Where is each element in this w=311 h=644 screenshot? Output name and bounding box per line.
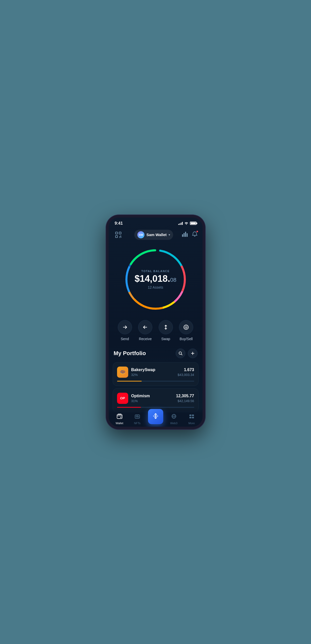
svg-rect-10 bbox=[185, 232, 186, 237]
nav-wallet[interactable]: Wallet bbox=[112, 414, 127, 425]
balance-info: TOTAL BALANCE $14,018.08 12 Assets bbox=[135, 270, 176, 289]
receive-icon bbox=[138, 320, 152, 334]
optimism-usd: $42,149.56 bbox=[176, 399, 194, 403]
balance-assets: 12 Assets bbox=[135, 285, 176, 289]
buysell-button[interactable]: $ Buy/Sell bbox=[179, 320, 193, 341]
svg-line-29 bbox=[181, 354, 182, 355]
avatar: SW bbox=[137, 231, 144, 238]
scan-icon[interactable] bbox=[114, 230, 123, 239]
signal-icon bbox=[178, 222, 183, 225]
header-right bbox=[182, 231, 198, 238]
bakeryswap-info: BakerySwap 32% bbox=[131, 368, 175, 377]
bottom-nav: Wallet NFTs bbox=[109, 408, 203, 427]
svg-rect-33 bbox=[117, 415, 122, 419]
nav-bar: Wallet NFTs bbox=[109, 414, 203, 425]
portfolio-title: My Portfolio bbox=[114, 350, 146, 357]
svg-rect-0 bbox=[116, 232, 118, 234]
wifi-icon bbox=[184, 221, 188, 225]
balance-label: TOTAL BALANCE bbox=[135, 270, 176, 273]
svg-rect-11 bbox=[187, 233, 188, 237]
optimism-icon: OP bbox=[117, 393, 128, 404]
header-left bbox=[114, 230, 126, 239]
portfolio-header: My Portfolio bbox=[113, 349, 199, 362]
bakeryswap-name: BakerySwap bbox=[131, 368, 175, 372]
portfolio-actions bbox=[176, 349, 198, 358]
add-asset-button[interactable] bbox=[188, 349, 198, 358]
asset-row: OP Optimism 31% 12,305.77 $42,149.56 bbox=[117, 393, 194, 404]
svg-text:🍩: 🍩 bbox=[120, 369, 126, 375]
svg-rect-43 bbox=[192, 415, 194, 416]
bakeryswap-usd: $43,003.34 bbox=[177, 373, 194, 377]
send-icon bbox=[118, 320, 132, 334]
nav-web3-label: Web3 bbox=[170, 422, 177, 425]
search-button[interactable] bbox=[176, 349, 185, 358]
swap-center-icon bbox=[152, 412, 159, 421]
portfolio-section: My Portfolio bbox=[109, 349, 203, 412]
svg-rect-44 bbox=[189, 417, 191, 418]
optimism-amount: 12,305.77 bbox=[176, 394, 194, 398]
receive-button[interactable]: Receive bbox=[138, 320, 152, 341]
svg-point-34 bbox=[120, 417, 121, 418]
nav-more-label: More bbox=[188, 422, 195, 425]
receive-label: Receive bbox=[139, 337, 152, 341]
nav-nfts[interactable]: NFTs bbox=[130, 414, 144, 425]
battery-icon bbox=[190, 222, 197, 225]
swap-label: Swap bbox=[161, 337, 170, 341]
send-button[interactable]: Send bbox=[118, 320, 132, 341]
svg-rect-2 bbox=[116, 236, 118, 238]
buysell-label: Buy/Sell bbox=[180, 337, 193, 341]
bell-icon[interactable] bbox=[192, 231, 198, 238]
svg-rect-42 bbox=[189, 415, 191, 416]
svg-rect-8 bbox=[182, 234, 183, 237]
bakeryswap-progress-bar bbox=[117, 381, 194, 382]
nav-web3[interactable]: Web3 bbox=[167, 414, 181, 425]
balance-amount: $14,018.08 bbox=[135, 274, 176, 283]
swap-button[interactable]: Swap bbox=[159, 320, 173, 341]
optimism-info: Optimism 31% bbox=[131, 394, 173, 403]
bakeryswap-icon: 🍩 bbox=[117, 367, 128, 378]
wallet-icon bbox=[117, 414, 123, 421]
svg-rect-9 bbox=[184, 233, 185, 237]
optimism-progress-bar bbox=[117, 407, 194, 408]
chart-icon[interactable] bbox=[182, 231, 188, 238]
balance-section: TOTAL BALANCE $14,018.08 12 Assets bbox=[109, 244, 203, 318]
wallet-selector[interactable]: SW Sam Wallet ▾ bbox=[134, 230, 173, 240]
send-label: Send bbox=[121, 337, 129, 341]
svg-point-28 bbox=[179, 352, 182, 354]
nav-swap-center[interactable] bbox=[148, 409, 163, 424]
more-icon bbox=[189, 414, 195, 421]
svg-rect-1 bbox=[119, 232, 121, 234]
swap-icon bbox=[159, 320, 173, 334]
header: SW Sam Wallet ▾ bbox=[109, 228, 203, 244]
web3-icon bbox=[171, 414, 177, 421]
balance-chart: TOTAL BALANCE $14,018.08 12 Assets bbox=[123, 246, 189, 312]
optimism-name: Optimism bbox=[131, 394, 173, 398]
bakeryswap-values: 1.673 $43,003.34 bbox=[177, 368, 194, 377]
svg-text:$: $ bbox=[186, 326, 187, 329]
svg-rect-45 bbox=[192, 417, 194, 418]
nfts-icon bbox=[134, 414, 140, 421]
bakeryswap-progress-fill bbox=[117, 381, 142, 382]
asset-card-bakeryswap[interactable]: 🍩 BakerySwap 32% 1.673 $43,003.34 bbox=[113, 362, 199, 386]
optimism-values: 12,305.77 $42,149.56 bbox=[176, 394, 194, 403]
wallet-name: Sam Wallet bbox=[146, 233, 167, 237]
optimism-progress-fill bbox=[117, 407, 141, 408]
bakeryswap-pct: 32% bbox=[131, 373, 175, 377]
chevron-down-icon: ▾ bbox=[169, 233, 170, 237]
status-icons bbox=[178, 221, 197, 225]
status-time: 9:41 bbox=[115, 221, 123, 226]
nav-more[interactable]: More bbox=[185, 414, 199, 425]
nav-wallet-label: Wallet bbox=[116, 422, 123, 425]
buysell-icon: $ bbox=[179, 320, 193, 334]
optimism-pct: 31% bbox=[131, 399, 173, 403]
asset-row: 🍩 BakerySwap 32% 1.673 $43,003.34 bbox=[117, 367, 194, 378]
nav-nfts-label: NFTs bbox=[134, 422, 141, 425]
bakeryswap-amount: 1.673 bbox=[177, 368, 194, 372]
notification-badge bbox=[196, 230, 199, 233]
action-buttons: Send Receive bbox=[109, 318, 203, 349]
